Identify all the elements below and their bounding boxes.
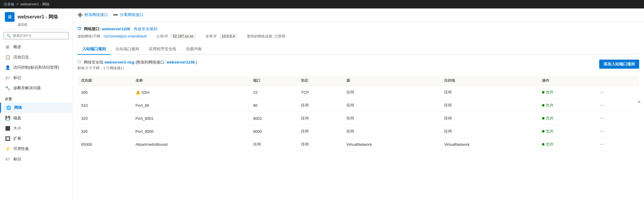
sidebar-item-diagnose[interactable]: 🔧 诊断并解决问题 [0, 83, 72, 93]
sidebar-item-label: 标识 [13, 156, 21, 162]
cell-action: 允许 [538, 99, 594, 112]
breadcrumb-current: webserver1 - 网络 [20, 2, 50, 7]
table-row: 320 Port_8001 8001 任何 任何 任何 允许 [77, 112, 639, 125]
row-more-button[interactable]: ··· [598, 115, 606, 122]
cell-priority: 330 [77, 125, 132, 138]
public-ip-value: 52.187.xx.xx [170, 34, 195, 39]
access-control-icon: 👤 [5, 65, 10, 70]
row-more-button[interactable]: ··· [598, 128, 606, 135]
attach-btn-label: 附加网络接口 [84, 12, 108, 18]
cell-priority: 300 [77, 86, 132, 99]
sidebar-title: webserver1 - 网络 [18, 14, 58, 20]
nsg-nic-ref-link[interactable]: webserver1238 [166, 60, 195, 64]
tab-load-balance[interactable]: 负载均衡 [181, 44, 207, 55]
overview-icon: ⊞ [5, 44, 10, 49]
sidebar-item-label: 磁盘 [13, 115, 21, 121]
sidebar-item-label: 诊断并解决问题 [13, 85, 41, 91]
search-input[interactable] [13, 34, 66, 38]
row-more-button[interactable]: ··· [598, 141, 606, 148]
table-header: 优先级 名称 端口 协议 源 目的地 操作 [77, 76, 639, 86]
cell-more: ··· [594, 99, 639, 112]
action-badge: 允许 [542, 116, 554, 121]
public-ip-label: 公用 IP [156, 34, 168, 39]
row-more-button[interactable]: ··· [598, 102, 606, 109]
shield-icon2: 🛡 [77, 60, 81, 64]
sidebar: 🖥 webserver1 - 网络 « 虚拟机 🔍 ⊞ 概述 📋 活动日志 👤 … [0, 8, 73, 203]
cell-port: 8001 [250, 112, 297, 125]
nic-name-link[interactable]: webserver1238 [102, 27, 130, 31]
attach-nic-button[interactable]: ➕ 附加网络接口 [77, 11, 108, 19]
add-inbound-rule-button[interactable]: 添加入站端口规则 [599, 60, 639, 69]
cell-priority: 65000 [77, 138, 132, 151]
nic-header: 🛡 网络接口: webserver1238 有效安全规则 [77, 26, 639, 32]
sidebar-item-activity-log[interactable]: 📋 活动日志 [0, 52, 72, 62]
cell-name: Port_80 [132, 99, 250, 112]
sidebar-item-tags[interactable]: 🏷 标记 [0, 73, 72, 83]
breadcrumb-separator: > [16, 2, 18, 6]
nsg-text-block: 🛡 网络安全组 webserver1-nsg (附加到网络接口: webserv… [77, 60, 197, 71]
allow-dot [542, 143, 544, 146]
action-badge: 允许 [542, 103, 554, 108]
cell-source: VirtualNetwork [343, 138, 441, 151]
nsg-text: 🛡 网络安全组 webserver1-nsg (附加到网络接口: webserv… [77, 60, 197, 65]
warning-icon: ⚠️ [136, 90, 140, 95]
sidebar-title-row: 🖥 webserver1 - 网络 « [5, 12, 67, 22]
sidebar-item-access-control[interactable]: 👤 访问控制(标识和访问管理) [0, 62, 72, 73]
allow-dot [542, 104, 544, 106]
sidebar-vm-icon: 🖥 [5, 12, 15, 22]
detach-btn-label: 分离网络接口 [120, 12, 143, 18]
tab-outbound[interactable]: 出站端口规则 [111, 44, 144, 55]
cell-action: 允许 [538, 112, 594, 125]
sidebar-item-tags2[interactable]: 🏷 标识 [0, 154, 72, 164]
detach-icon: ➖ [113, 12, 118, 17]
cell-source: 任何 [343, 86, 441, 99]
sidebar-item-availability[interactable]: ⚡ 可用性集 [0, 144, 72, 154]
sidebar-item-size[interactable]: ⬛ 大小 [0, 123, 72, 133]
sidebar-item-expand[interactable]: 🔲 扩展 [0, 133, 72, 144]
sidebar-item-label: 大小 [13, 126, 21, 131]
action-badge: 允许 [542, 90, 554, 95]
sidebar-header: 🖥 webserver1 - 网络 « 虚拟机 [0, 8, 72, 30]
cell-protocol: 任何 [297, 138, 342, 151]
sidebar-item-disk[interactable]: 💾 磁盘 [0, 113, 72, 123]
tab-app-security[interactable]: 应用程序安全组 [144, 44, 181, 55]
search-icon: 🔍 [6, 34, 11, 38]
detach-nic-button[interactable]: ➖ 分离网络接口 [113, 11, 143, 19]
cell-destination: 任何 [440, 99, 538, 112]
nic-details: 虚拟网络/子网: ruchanwebpro-vnet/default 公用 IP… [77, 34, 639, 39]
nsg-label: 网络安全组 [84, 60, 103, 64]
col-priority: 优先级 [77, 76, 132, 86]
nsg-influence-text: 影响 0 个子网，1 个网络接口 [77, 66, 197, 71]
table-row: 330 Port_8000 8000 任何 任何 任何 允许 [77, 125, 639, 138]
sidebar-item-overview[interactable]: ⊞ 概述 [0, 42, 72, 52]
settings-section-label: 设置 [0, 93, 72, 103]
size-icon: ⬛ [5, 126, 10, 131]
row-more-button[interactable]: ··· [598, 89, 606, 96]
sidebar-item-network[interactable]: 🌐 网络 [0, 103, 72, 113]
cell-more: ··· [594, 112, 639, 125]
cell-destination: 任何 [440, 125, 538, 138]
breadcrumb-home[interactable]: 仪表板 [4, 2, 15, 7]
col-more [594, 76, 639, 86]
allow-dot [542, 130, 544, 133]
cell-name: AllowVnetInBound [132, 138, 250, 151]
nsg-link[interactable]: webserver1-nsg [104, 60, 134, 64]
subnet-link[interactable]: ruchanwebpro-vnet/default [104, 34, 147, 38]
table-row: 300 ⚠️ SSH 22 TCP 任何 任何 允许 [77, 86, 639, 99]
tab-inbound[interactable]: 入站端口规则 [77, 44, 111, 55]
cell-priority: 320 [77, 112, 132, 125]
private-ip-value: 10.0.0.4 [219, 34, 237, 39]
cell-name: ⚠️ SSH [132, 86, 250, 99]
security-rules-link[interactable]: 有效安全规则 [134, 26, 157, 32]
col-protocol: 协议 [297, 76, 342, 86]
cell-port: 任何 [250, 138, 297, 151]
sidebar-item-label: 活动日志 [13, 54, 29, 60]
sidebar-item-label: 概述 [13, 44, 21, 50]
table-body: 300 ⚠️ SSH 22 TCP 任何 任何 允许 [77, 86, 639, 151]
shield-icon: 🛡 [77, 27, 81, 31]
sidebar-nav: ⊞ 概述 📋 活动日志 👤 访问控制(标识和访问管理) 🏷 标记 🔧 诊断并解决… [0, 42, 72, 203]
search-box[interactable]: 🔍 [4, 32, 69, 39]
top-bar: 仪表板 > webserver1 - 网络 [0, 0, 644, 8]
nsg-closing: ) [196, 60, 197, 64]
cell-name: Port_8001 [132, 112, 250, 125]
